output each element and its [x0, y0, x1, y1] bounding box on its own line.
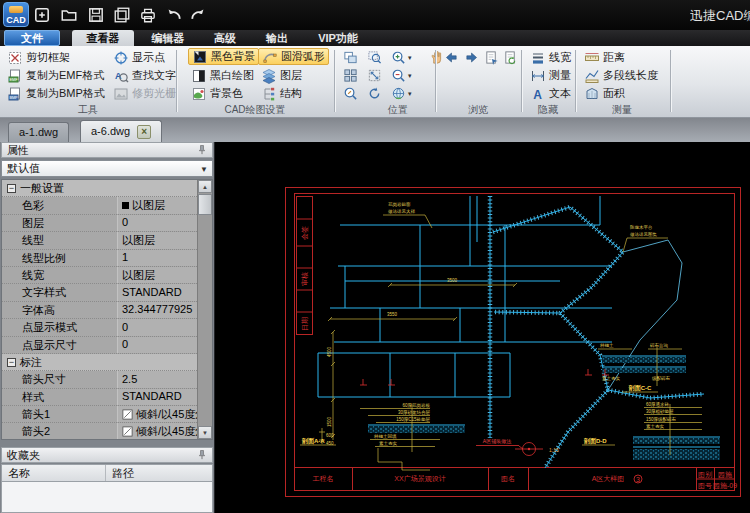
zoom-scale-button[interactable]	[340, 85, 360, 103]
chevron-down-icon: ▼	[200, 162, 208, 177]
favorites-list[interactable]	[1, 482, 213, 513]
zoom-out-dropdown[interactable]: ▾	[408, 72, 412, 80]
prop-row-lineweight[interactable]: 线宽以图层	[2, 267, 197, 284]
zoom-in-button[interactable]	[388, 49, 408, 67]
svg-text:60厚花岗岩板: 60厚花岗岩板	[402, 403, 430, 409]
cut-frame-button[interactable]: 剪切框架	[4, 49, 73, 66]
tab-advanced[interactable]: 高级	[202, 30, 248, 46]
doc-tab-a6[interactable]: a-6.dwg×	[80, 120, 162, 142]
zoom-window-button[interactable]	[364, 49, 384, 67]
back-button[interactable]	[441, 49, 461, 67]
preset-dropdown[interactable]: 默认值▼	[1, 160, 213, 177]
zoom-out-button[interactable]	[388, 67, 408, 85]
bw-drawing-button[interactable]: 黑白绘图	[188, 67, 257, 84]
redo-button[interactable]	[187, 4, 209, 26]
column-name[interactable]: 名称	[2, 465, 106, 481]
prop-row-layer[interactable]: 图层0	[2, 215, 197, 232]
copy-bmp-button[interactable]: 复制为BMP格式	[4, 85, 108, 102]
svg-text:素土夯实: 素土夯实	[602, 376, 621, 381]
scroll-down-button[interactable]: ▼	[198, 426, 212, 439]
ribbon-separator	[176, 50, 177, 112]
structure-button[interactable]: 结构	[258, 85, 305, 102]
render-mode-dropdown[interactable]: ▾	[408, 90, 412, 98]
file-menu-button[interactable]: 文件	[4, 30, 60, 46]
close-tab-button[interactable]: ×	[137, 125, 151, 139]
svg-text:种植土回填: 种植土回填	[374, 433, 397, 439]
svg-text:剖面C-C: 剖面C-C	[628, 384, 652, 392]
tab-vip[interactable]: VIP功能	[306, 30, 370, 46]
tab-viewer[interactable]: 查看器	[72, 30, 134, 46]
show-point-label: 显示点	[132, 50, 165, 65]
zoom-in-dropdown[interactable]: ▾	[408, 54, 412, 62]
pin-icon[interactable]	[196, 144, 208, 156]
prop-row-color[interactable]: 色彩以图层	[2, 197, 197, 214]
bw-drawing-label: 黑白绘图	[210, 68, 254, 83]
save-button[interactable]	[85, 4, 107, 26]
named-view-button[interactable]	[481, 49, 501, 67]
tab-output[interactable]: 输出	[254, 30, 300, 46]
prop-row-arrow1[interactable]: 箭头1倾斜/以45度角	[2, 406, 197, 423]
prop-group-general[interactable]: −一般设置	[2, 180, 197, 197]
column-path[interactable]: 路径	[106, 465, 212, 481]
smooth-arc-label: 圆滑弧形	[281, 49, 325, 64]
zoom-previous-button[interactable]	[340, 49, 360, 67]
print-button[interactable]	[137, 4, 159, 26]
find-text-label: 查找文字	[132, 68, 176, 83]
trim-raster-button[interactable]: 修剪光栅	[110, 85, 179, 102]
polyline-length-label: 多段线长度	[603, 68, 658, 83]
zoom-extents-button[interactable]	[364, 67, 384, 85]
smooth-arc-button[interactable]: 圆滑弧形	[258, 48, 329, 65]
show-point-button[interactable]: 显示点	[110, 49, 168, 66]
render-mode-button[interactable]	[388, 85, 408, 103]
drawing-canvas[interactable]: 会签 审核 日期 工程名 XX广场景观设计 图名 A区大样图 3 图别 园施 图…	[215, 142, 750, 513]
svg-text:花岗岩贴面: 花岗岩贴面	[388, 202, 411, 208]
distance-button[interactable]: 距离	[581, 49, 628, 66]
polyline-length-button[interactable]: 多段线长度	[581, 67, 661, 84]
background-color-button[interactable]: 背景色	[188, 85, 246, 102]
refresh-view-button[interactable]	[500, 49, 520, 67]
prop-row-arrowsize[interactable]: 箭头尺寸2.5	[2, 371, 197, 388]
layers-button[interactable]: 图层	[258, 67, 305, 84]
prop-row-fontheight[interactable]: 字体高32.344777925	[2, 302, 197, 319]
prop-row-textstyle[interactable]: 文字样式STANDARD	[2, 284, 197, 301]
view-thumbnails-button[interactable]	[340, 67, 360, 85]
oblique-arrow-icon	[122, 409, 133, 420]
collapse-icon[interactable]: −	[7, 184, 16, 193]
favorites-column-headers: 名称 路径	[1, 464, 213, 482]
distance-label: 距离	[603, 50, 625, 65]
copy-emf-button[interactable]: 复制为EMF格式	[4, 67, 107, 84]
undo-button[interactable]	[163, 4, 185, 26]
app-logo[interactable]: CAD	[3, 2, 29, 27]
scroll-thumb[interactable]	[198, 194, 212, 215]
prop-row-pdsize[interactable]: 点显示尺寸0	[2, 337, 197, 354]
background-color-label: 背景色	[210, 86, 243, 101]
doc-tab-a1[interactable]: a-1.dwg	[8, 122, 69, 142]
ribbon-separator	[334, 50, 335, 112]
prop-row-dimstyle[interactable]: 样式STANDARD	[2, 389, 197, 406]
prop-group-dimension[interactable]: −标注	[2, 354, 197, 371]
hide-text-button[interactable]: 文本	[527, 85, 574, 102]
collapse-icon[interactable]: −	[7, 358, 16, 367]
scroll-up-button[interactable]: ▲	[198, 180, 212, 193]
new-button[interactable]	[31, 4, 53, 26]
tab-editor[interactable]: 编辑器	[140, 30, 196, 46]
svg-text:3550: 3550	[387, 312, 398, 317]
view-rotate-button[interactable]	[364, 85, 384, 103]
prop-row-pdmode[interactable]: 点显示模式0	[2, 319, 197, 336]
pin-icon[interactable]	[196, 449, 208, 461]
line-width-button[interactable]: 线宽	[527, 49, 574, 66]
forward-button[interactable]	[461, 49, 481, 67]
svg-text:剖面A-A: 剖面A-A	[301, 437, 325, 445]
save-as-button[interactable]	[111, 4, 133, 26]
property-scrollbar[interactable]: ▲ ▼	[197, 180, 212, 439]
svg-text:剖面D-D: 剖面D-D	[583, 437, 607, 445]
preset-value: 默认值	[7, 162, 40, 174]
area-button[interactable]: 面积	[581, 85, 628, 102]
open-button[interactable]	[58, 4, 80, 26]
prop-row-linetype[interactable]: 线型以图层	[2, 232, 197, 249]
hide-measure-button[interactable]: 测量	[527, 67, 574, 84]
find-text-button[interactable]: 查找文字	[110, 67, 179, 84]
prop-row-ltscale[interactable]: 线型比例1	[2, 250, 197, 267]
black-background-button[interactable]: 黑色背景	[188, 48, 259, 65]
prop-row-arrow2[interactable]: 箭头2倾斜/以45度角	[2, 423, 197, 440]
